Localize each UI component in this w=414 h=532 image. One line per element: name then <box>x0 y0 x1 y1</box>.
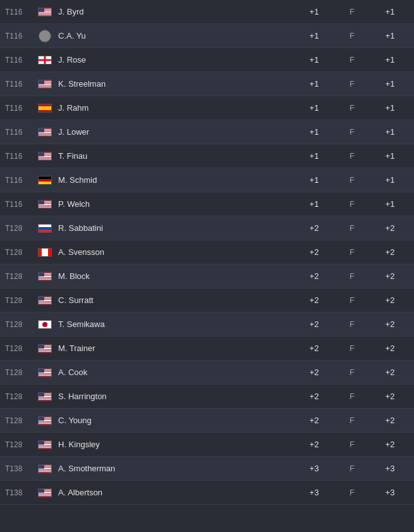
round-status: F <box>333 223 371 233</box>
flag-icon <box>39 30 51 42</box>
score: +3 <box>295 488 333 497</box>
flag-cell <box>35 392 54 401</box>
player-name: C.A. Yu <box>54 31 295 40</box>
table-row[interactable]: T116J. Lower+1F+1 <box>0 120 414 144</box>
score: +1 <box>295 55 333 65</box>
score: +2 <box>295 223 333 233</box>
table-row[interactable]: T116K. Streelman+1F+1 <box>0 72 414 96</box>
player-name: J. Lower <box>54 127 295 137</box>
player-name: M. Trainer <box>54 343 295 353</box>
flag-cell <box>35 224 54 233</box>
player-name: C. Surratt <box>54 295 295 305</box>
score: +3 <box>295 464 333 473</box>
flag-us-icon <box>38 464 52 473</box>
total-score: +1 <box>371 199 409 209</box>
player-name: A. Svensson <box>54 247 295 257</box>
table-row[interactable]: T116J. Byrd+1F+1 <box>0 0 414 24</box>
table-row[interactable]: T116J. Rahm+1F+1 <box>0 96 414 120</box>
player-name: S. Harrington <box>54 392 295 401</box>
table-row[interactable]: T128M. Trainer+2F+2 <box>0 337 414 361</box>
round-status: F <box>333 103 371 113</box>
score: +1 <box>295 79 333 89</box>
table-row[interactable]: T116T. Finau+1F+1 <box>0 144 414 168</box>
position: T128 <box>5 224 35 233</box>
total-score: +2 <box>371 392 409 401</box>
table-row[interactable]: T128M. Block+2F+2 <box>0 264 414 288</box>
position: T128 <box>5 296 35 305</box>
flag-jpn-icon <box>38 320 52 329</box>
round-status: F <box>333 343 371 353</box>
table-row[interactable]: T128H. Kingsley+2F+2 <box>0 433 414 457</box>
flag-us-icon <box>38 488 52 497</box>
flag-esp-icon <box>38 104 52 113</box>
table-row[interactable]: T116J. Rose+1F+1 <box>0 48 414 72</box>
flag-eng-icon <box>38 56 52 65</box>
flag-us-icon <box>38 368 52 377</box>
flag-us-icon <box>38 440 52 449</box>
table-row[interactable]: T116P. Welch+1F+1 <box>0 192 414 216</box>
flag-cell <box>35 152 54 161</box>
flag-us-icon <box>38 296 52 305</box>
player-name: A. Albertson <box>54 488 295 497</box>
round-status: F <box>333 175 371 185</box>
table-row[interactable]: T128C. Young+2F+2 <box>0 409 414 433</box>
table-row[interactable]: T128R. Sabbatini+2F+2 <box>0 216 414 240</box>
flag-cell <box>35 176 54 185</box>
flag-cell <box>35 248 54 257</box>
flag-cell <box>35 56 54 65</box>
position: T138 <box>5 464 35 473</box>
player-name: J. Rahm <box>54 103 295 113</box>
flag-cell <box>35 8 54 16</box>
table-row[interactable]: T138A. Albertson+3F+3 <box>0 481 414 505</box>
table-row[interactable]: T116M. Schmid+1F+1 <box>0 168 414 192</box>
position: T128 <box>5 272 35 281</box>
total-score: +2 <box>371 319 409 329</box>
player-name: R. Sabbatini <box>54 223 295 233</box>
flag-cell <box>35 320 54 329</box>
flag-us-icon <box>38 80 52 89</box>
flag-us-icon <box>38 8 52 16</box>
table-row[interactable]: T128A. Cook+2F+2 <box>0 361 414 385</box>
flag-cell <box>35 104 54 113</box>
flag-cell <box>35 272 54 281</box>
flag-cell <box>35 200 54 209</box>
table-row[interactable]: T128C. Surratt+2F+2 <box>0 288 414 312</box>
flag-us-icon <box>38 416 52 425</box>
table-row[interactable]: T138A. Smotherman+3F+3 <box>0 457 414 481</box>
position: T138 <box>5 488 35 497</box>
flag-cell <box>35 128 54 137</box>
flag-cell <box>35 30 54 42</box>
player-name: A. Smotherman <box>54 464 295 473</box>
score: +1 <box>295 199 333 209</box>
player-name: K. Streelman <box>54 79 295 89</box>
total-score: +2 <box>371 247 409 257</box>
position: T116 <box>5 80 35 89</box>
flag-svk-icon <box>38 224 52 233</box>
table-row[interactable]: T128A. Svensson+2F+2 <box>0 240 414 264</box>
position: T116 <box>5 8 35 16</box>
score: +2 <box>295 392 333 401</box>
total-score: +1 <box>371 127 409 137</box>
score: +2 <box>295 247 333 257</box>
score: +1 <box>295 175 333 185</box>
total-score: +2 <box>371 343 409 353</box>
flag-us-icon <box>38 200 52 209</box>
leaderboard-table: T116J. Byrd+1F+1T116C.A. Yu+1F+1T116J. R… <box>0 0 414 505</box>
round-status: F <box>333 7 371 16</box>
round-status: F <box>333 31 371 40</box>
score: +1 <box>295 7 333 16</box>
position: T116 <box>5 32 35 40</box>
score: +2 <box>295 295 333 305</box>
round-status: F <box>333 79 371 89</box>
flag-us-icon <box>38 392 52 401</box>
table-row[interactable]: T128T. Semikawa+2F+2 <box>0 312 414 337</box>
flag-us-icon <box>38 128 52 137</box>
table-row[interactable]: T128S. Harrington+2F+2 <box>0 385 414 409</box>
flag-cell <box>35 344 54 353</box>
player-name: A. Cook <box>54 368 295 377</box>
total-score: +2 <box>371 271 409 281</box>
round-status: F <box>333 151 371 161</box>
round-status: F <box>333 464 371 473</box>
table-row[interactable]: T116C.A. Yu+1F+1 <box>0 24 414 48</box>
position: T128 <box>5 392 35 401</box>
